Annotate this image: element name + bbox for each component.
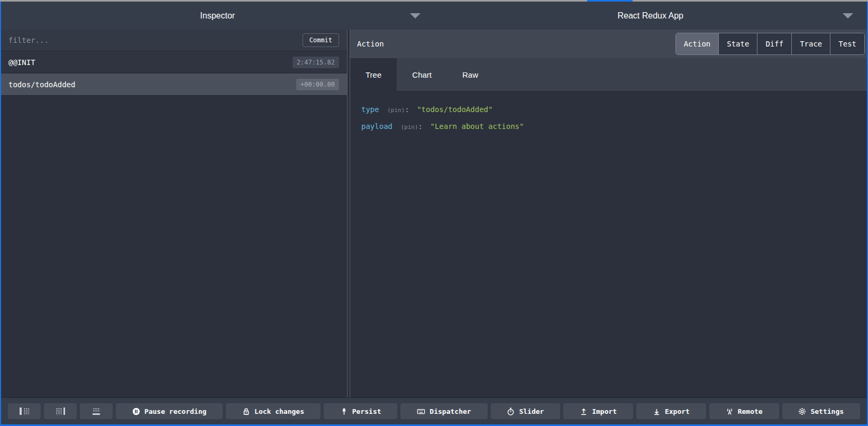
dock-left-button[interactable] xyxy=(8,403,41,419)
pin-icon xyxy=(340,408,348,415)
button-label: Slider xyxy=(519,408,544,415)
tree-row-payload: payload (pin): "Learn about actions" xyxy=(361,118,867,135)
bottom-toolbar: Pause recording Lock changes Persist Dis… xyxy=(1,397,867,424)
button-label: Dispatcher xyxy=(430,408,471,415)
lock-icon xyxy=(242,408,250,415)
main-split: Commit @@INIT 2:47:15.82 todos/todoAdded… xyxy=(1,30,867,397)
button-label: Settings xyxy=(810,408,844,415)
dispatcher-button[interactable]: Dispatcher xyxy=(400,403,487,419)
keyboard-icon xyxy=(417,408,425,415)
top-header: Inspector React Redux App xyxy=(1,2,867,30)
persist-button[interactable]: Persist xyxy=(324,403,398,419)
window-border-top-accent xyxy=(587,0,633,2)
tree-colon: : xyxy=(405,105,409,114)
window-border-top xyxy=(0,0,868,2)
pin-link[interactable]: (pin) xyxy=(400,124,418,131)
subtab-tree[interactable]: Tree xyxy=(350,58,397,91)
tree-colon: : xyxy=(418,122,423,131)
instance-select[interactable]: React Redux App xyxy=(434,2,867,30)
action-timestamp-badge: 2:47:15.82 xyxy=(293,57,339,68)
monitor-select-label: Inspector xyxy=(200,11,235,21)
button-label: Lock changes xyxy=(254,408,304,415)
chevron-down-icon xyxy=(410,13,421,18)
subtab-chart[interactable]: Chart xyxy=(397,58,447,91)
pin-link[interactable]: (pin) xyxy=(387,107,405,114)
subtab-raw[interactable]: Raw xyxy=(447,58,494,91)
action-list-item-init[interactable]: @@INIT 2:47:15.82 xyxy=(1,51,347,73)
tab-trace[interactable]: Trace xyxy=(791,33,830,54)
download-icon xyxy=(653,408,661,415)
import-button[interactable]: Import xyxy=(563,403,633,419)
action-list-empty-area xyxy=(1,96,347,397)
tree-value: "Learn about actions" xyxy=(430,122,524,131)
commit-button[interactable]: Commit xyxy=(303,33,339,47)
subtab-bar: Tree Chart Raw xyxy=(350,58,867,91)
export-button[interactable]: Export xyxy=(636,403,706,419)
pause-recording-button[interactable]: Pause recording xyxy=(116,403,223,419)
inspector-action-list-panel: Commit @@INIT 2:47:15.82 todos/todoAdded… xyxy=(1,30,348,397)
upload-icon xyxy=(580,408,588,415)
tab-state[interactable]: State xyxy=(718,33,757,54)
filter-row: Commit xyxy=(1,30,347,51)
tab-test[interactable]: Test xyxy=(830,33,864,54)
dock-right-button[interactable] xyxy=(44,403,77,419)
remote-button[interactable]: Remote xyxy=(709,403,779,419)
lock-changes-button[interactable]: Lock changes xyxy=(226,403,321,419)
window-border-left xyxy=(0,2,1,426)
action-list-item-todo-added[interactable]: todos/todoAdded +00:00.00 xyxy=(1,73,347,96)
button-label: Remote xyxy=(738,408,763,415)
dock-bottom-icon xyxy=(92,408,101,415)
action-name: @@INIT xyxy=(1,58,35,67)
filter-input[interactable] xyxy=(1,36,303,44)
stopwatch-icon xyxy=(507,408,515,415)
action-timestamp-badge: +00:00.00 xyxy=(296,79,339,90)
dock-right-icon xyxy=(56,408,65,415)
tree-value: "todos/todoAdded" xyxy=(417,105,492,114)
detail-header-bar: Action Action State Diff Trace Test xyxy=(350,30,867,58)
tab-group: Action State Diff Trace Test xyxy=(675,33,865,55)
button-label: Import xyxy=(592,408,617,415)
dock-bottom-button[interactable] xyxy=(80,403,113,419)
antenna-icon xyxy=(726,408,734,415)
settings-button[interactable]: Settings xyxy=(782,403,860,419)
tree-key[interactable]: type xyxy=(361,105,379,114)
tab-diff[interactable]: Diff xyxy=(757,33,791,54)
action-name: todos/todoAdded xyxy=(1,80,75,89)
tab-action[interactable]: Action xyxy=(676,33,719,54)
json-tree-view: type (pin): "todos/todoAdded" payload (p… xyxy=(350,91,867,397)
button-label: Pause recording xyxy=(144,408,206,415)
tree-row-type: type (pin): "todos/todoAdded" xyxy=(361,101,867,118)
chevron-down-icon xyxy=(843,13,853,18)
action-detail-panel: Action Action State Diff Trace Test Tree… xyxy=(350,30,867,397)
panel-title: Action xyxy=(357,40,384,48)
dock-left-icon xyxy=(20,408,29,415)
monitor-select[interactable]: Inspector xyxy=(1,2,434,30)
pause-icon xyxy=(132,408,140,415)
gear-icon xyxy=(798,408,806,415)
slider-button[interactable]: Slider xyxy=(491,403,561,419)
tree-key[interactable]: payload xyxy=(361,122,392,131)
button-label: Export xyxy=(665,408,690,415)
button-label: Persist xyxy=(352,408,381,415)
instance-select-label: React Redux App xyxy=(617,11,683,21)
